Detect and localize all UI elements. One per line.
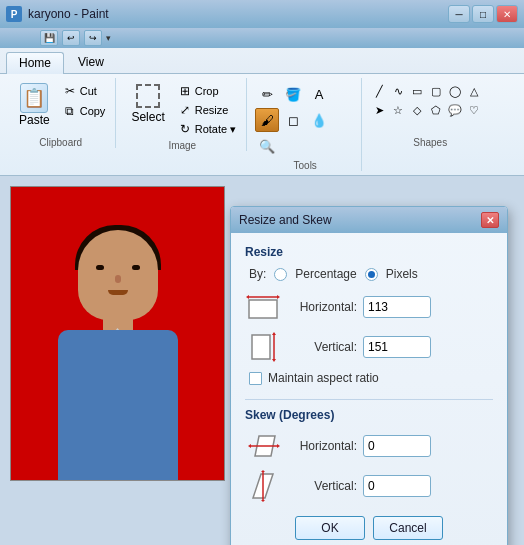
window-controls: ─ □ ✕ [448, 5, 518, 23]
heart-shape[interactable]: ♡ [465, 101, 483, 119]
triangle-shape[interactable]: △ [465, 82, 483, 100]
crop-button[interactable]: ⊞ Crop [174, 82, 240, 100]
ribbon-tabs: Home View [0, 48, 524, 73]
quick-access-dropdown[interactable]: ▾ [106, 33, 111, 43]
skew-horizontal-row: Horizontal: [245, 430, 493, 462]
star-shape[interactable]: ☆ [389, 101, 407, 119]
eraser-tool[interactable]: ◻ [281, 108, 305, 132]
fill-tool[interactable]: 🪣 [281, 82, 305, 106]
tab-home[interactable]: Home [6, 52, 64, 74]
image-items: Select ⊞ Crop ⤢ Resize ↻ Rotate ▾ [124, 78, 240, 138]
pixels-radio-selected [368, 271, 375, 278]
vertical-field-row: Vertical: [245, 331, 493, 363]
close-button[interactable]: ✕ [496, 5, 518, 23]
select-icon [136, 84, 160, 108]
percentage-radio[interactable] [274, 268, 287, 281]
round-rect-shape[interactable]: ▢ [427, 82, 445, 100]
shapes-items: ╱ ∿ ▭ ▢ ◯ △ ➤ ☆ ◇ ⬠ 💬 ♡ [370, 78, 490, 135]
arrow-shape[interactable]: ➤ [370, 101, 388, 119]
crop-label: Crop [195, 85, 219, 97]
maintain-aspect-row: Maintain aspect ratio [249, 371, 493, 385]
dialog-title: Resize and Skew [239, 213, 332, 227]
image-group-label: Image [168, 138, 196, 151]
dialog-button-row: OK Cancel [245, 516, 493, 540]
tool-buttons: ✏ 🪣 A 🖌 ◻ 💧 🔍 [255, 78, 355, 158]
clipboard-items: 📋 Paste ✂ Cut ⧉ Copy [12, 78, 109, 135]
app-icon: P [6, 6, 22, 22]
rotate-button[interactable]: ↻ Rotate ▾ [174, 120, 240, 138]
tab-view[interactable]: View [66, 52, 116, 73]
resize-button[interactable]: ⤢ Resize [174, 101, 240, 119]
skew-vertical-input[interactable] [363, 475, 431, 497]
section-divider [245, 399, 493, 400]
save-quick-button[interactable]: 💾 [40, 30, 58, 46]
resize-section-title: Resize [245, 245, 493, 259]
zoom-tool[interactable]: 🔍 [255, 134, 279, 158]
cancel-button[interactable]: Cancel [373, 516, 443, 540]
skew-section: Skew (Degrees) Hori [245, 408, 493, 502]
skew-horizontal-input[interactable] [363, 435, 431, 457]
paste-button[interactable]: 📋 Paste [12, 78, 57, 132]
rect-shape[interactable]: ▭ [408, 82, 426, 100]
pixels-label: Pixels [386, 267, 418, 281]
maximize-button[interactable]: □ [472, 5, 494, 23]
cut-button[interactable]: ✂ Cut [59, 82, 110, 100]
rotate-icon: ↻ [178, 122, 192, 136]
minimize-button[interactable]: ─ [448, 5, 470, 23]
picker-tool[interactable]: 💧 [307, 108, 331, 132]
shapes-group-label: Shapes [413, 135, 447, 148]
skew-horizontal-label: Horizontal: [287, 439, 357, 453]
clipboard-group: 📋 Paste ✂ Cut ⧉ Copy Clipboard [6, 78, 116, 148]
svg-rect-0 [249, 300, 277, 318]
svg-marker-11 [277, 444, 280, 448]
skew-section-title: Skew (Degrees) [245, 408, 493, 422]
horizontal-label: Horizontal: [287, 300, 357, 314]
ok-button[interactable]: OK [295, 516, 365, 540]
brush-tool[interactable]: 🖌 [255, 108, 279, 132]
svg-marker-6 [272, 332, 276, 335]
copy-icon: ⧉ [63, 104, 77, 118]
title-bar: P karyono - Paint ─ □ ✕ [0, 0, 524, 28]
resize-icon: ⤢ [178, 103, 192, 117]
select-label: Select [131, 110, 164, 124]
image-sub-buttons: ⊞ Crop ⤢ Resize ↻ Rotate ▾ [174, 78, 240, 138]
line-shape[interactable]: ╱ [370, 82, 388, 100]
tools-items: ✏ 🪣 A 🖌 ◻ 💧 🔍 [255, 78, 355, 158]
dialog-title-bar: Resize and Skew ✕ [231, 207, 507, 233]
crop-icon: ⊞ [178, 84, 192, 98]
diamond-shape[interactable]: ◇ [408, 101, 426, 119]
curve-shape[interactable]: ∿ [389, 82, 407, 100]
svg-marker-14 [261, 470, 265, 472]
svg-marker-7 [272, 359, 276, 362]
resize-section: Resize By: Percentage Pixels [245, 245, 493, 385]
paste-label: Paste [19, 113, 50, 127]
shape-buttons: ╱ ∿ ▭ ▢ ◯ △ ➤ ☆ ◇ ⬠ 💬 ♡ [370, 78, 490, 119]
svg-marker-3 [277, 295, 280, 299]
pixels-radio[interactable] [365, 268, 378, 281]
vertical-label: Vertical: [287, 340, 357, 354]
resize-label: Resize [195, 104, 229, 116]
pencil-tool[interactable]: ✏ [255, 82, 279, 106]
cut-copy-buttons: ✂ Cut ⧉ Copy [59, 78, 110, 120]
main-content: Resize and Skew ✕ Resize By: Percen [0, 176, 524, 545]
horizontal-resize-icon [245, 291, 281, 323]
callout-shape[interactable]: 💬 [446, 101, 464, 119]
text-tool[interactable]: A [307, 82, 331, 106]
ellipse-shape[interactable]: ◯ [446, 82, 464, 100]
maintain-aspect-checkbox[interactable] [249, 372, 262, 385]
undo-button[interactable]: ↩ [62, 30, 80, 46]
horizontal-input[interactable] [363, 296, 431, 318]
copy-label: Copy [80, 105, 106, 117]
dialog-body: Resize By: Percentage Pixels [231, 233, 507, 545]
svg-marker-2 [246, 295, 249, 299]
title-bar-title: karyono - Paint [28, 7, 442, 21]
redo-button[interactable]: ↪ [84, 30, 102, 46]
copy-button[interactable]: ⧉ Copy [59, 102, 110, 120]
dialog-close-button[interactable]: ✕ [481, 212, 499, 228]
vertical-input[interactable] [363, 336, 431, 358]
pentagon-shape[interactable]: ⬠ [427, 101, 445, 119]
select-button[interactable]: Select [124, 78, 171, 128]
quick-access-toolbar: 💾 ↩ ↪ ▾ [0, 28, 524, 48]
canvas-area[interactable]: Resize and Skew ✕ Resize By: Percen [0, 176, 524, 545]
cut-icon: ✂ [63, 84, 77, 98]
